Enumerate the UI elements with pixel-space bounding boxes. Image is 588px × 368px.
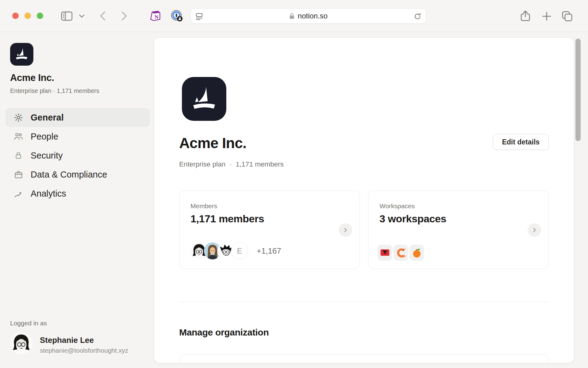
members-card-label: Members xyxy=(190,202,217,210)
sidebar-item-general[interactable]: General xyxy=(6,108,150,127)
org-logo-small xyxy=(10,43,33,66)
workspaces-card-chevron-button[interactable] xyxy=(528,223,541,237)
separator-dot: · xyxy=(229,160,232,168)
sidebar-item-label: Analytics xyxy=(31,189,66,199)
zoom-window-button[interactable] xyxy=(37,13,43,19)
member-avatars: E +1,167 xyxy=(190,242,281,259)
members-card-chevron-button[interactable] xyxy=(339,223,352,237)
people-icon xyxy=(13,132,23,141)
scrollbar-thumb[interactable] xyxy=(575,39,581,141)
sidebar-item-data-compliance[interactable]: Data & Compliance xyxy=(6,165,150,184)
share-button[interactable] xyxy=(520,10,531,22)
org-meta-line: Enterprise plan · 1,171 members xyxy=(179,160,284,168)
edit-details-button[interactable]: Edit details xyxy=(493,134,549,150)
forward-button[interactable] xyxy=(121,11,127,21)
gear-icon xyxy=(13,113,23,122)
url-text: notion.so xyxy=(298,12,327,20)
close-window-button[interactable] xyxy=(12,13,19,19)
plan-label: Enterprise plan xyxy=(179,160,225,168)
lock-icon xyxy=(13,151,23,160)
chevron-right-icon xyxy=(342,227,349,233)
lock-icon xyxy=(289,13,295,19)
reload-icon[interactable] xyxy=(413,12,422,21)
traffic-lights xyxy=(12,13,43,19)
tab-overview-button[interactable] xyxy=(561,10,573,22)
workspaces-card-value: 3 workspaces xyxy=(379,213,446,225)
albania-flag-emoji xyxy=(378,245,392,261)
user-name: Stephanie Lee xyxy=(40,335,94,345)
user-avatar[interactable] xyxy=(10,332,32,355)
address-bar[interactable]: notion.so xyxy=(190,8,426,24)
org-logo-large xyxy=(182,77,226,121)
members-count-label: 1,171 members xyxy=(236,160,284,168)
tangerine-emoji xyxy=(409,245,424,261)
cartoon-woman-avatar xyxy=(10,332,32,355)
sidebar-toggle-icon[interactable] xyxy=(61,11,73,21)
settings-main-panel: Acme Inc. Edit details Enterprise plan ·… xyxy=(154,37,574,363)
section-divider xyxy=(179,302,549,302)
sidebar-item-analytics[interactable]: Analytics xyxy=(6,184,150,203)
new-tab-button[interactable] xyxy=(541,11,552,21)
sidebar-item-label: People xyxy=(31,132,58,142)
browser-chrome: N xyxy=(0,0,588,32)
sidebar-org-meta: Enterprise plan · 1,171 members xyxy=(10,87,99,94)
logged-in-as-label: Logged in as xyxy=(10,320,47,327)
members-card-value: 1,171 members xyxy=(190,213,264,225)
svg-text:N: N xyxy=(155,14,159,20)
chevron-down-icon[interactable] xyxy=(79,14,85,18)
sailboat-icon xyxy=(14,46,30,62)
back-button[interactable] xyxy=(100,11,106,21)
avatar-letter: E xyxy=(237,247,242,255)
manage-organization-card[interactable] xyxy=(179,355,549,363)
sidebar-item-label: General xyxy=(31,113,64,123)
sidebar-item-label: Security xyxy=(31,151,63,161)
sidebar-item-security[interactable]: Security xyxy=(6,146,150,165)
workspaces-card[interactable]: Workspaces 3 workspaces xyxy=(368,190,549,269)
sidebar-item-people[interactable]: People xyxy=(6,127,150,146)
members-card[interactable]: Members 1,171 members xyxy=(179,190,360,269)
notion-extension-icon[interactable]: N xyxy=(149,10,161,22)
user-email: stephanie@toolsforthought.xyz xyxy=(40,347,128,354)
sidebar-item-label: Data & Compliance xyxy=(31,170,107,180)
reader-view-icon[interactable] xyxy=(196,13,204,20)
settings-nav: General People Security xyxy=(6,108,150,203)
letter-avatar: E xyxy=(231,242,248,259)
onepassword-extension-icon[interactable] xyxy=(171,10,183,22)
shrimp-emoji xyxy=(394,245,408,261)
workspaces-card-label: Workspaces xyxy=(379,202,415,210)
sidebar-org-name: Acme Inc. xyxy=(10,72,54,83)
sailboat-icon xyxy=(189,84,220,114)
chevron-right-icon xyxy=(531,227,537,233)
workspace-emojis xyxy=(378,245,424,261)
trend-chart-icon xyxy=(13,189,23,198)
minimize-window-button[interactable] xyxy=(24,13,31,19)
overflow-count: +1,167 xyxy=(257,246,281,256)
briefcase-icon xyxy=(13,170,23,179)
manage-organization-heading: Manage organization xyxy=(179,327,269,338)
page-title: Acme Inc. xyxy=(179,135,247,151)
